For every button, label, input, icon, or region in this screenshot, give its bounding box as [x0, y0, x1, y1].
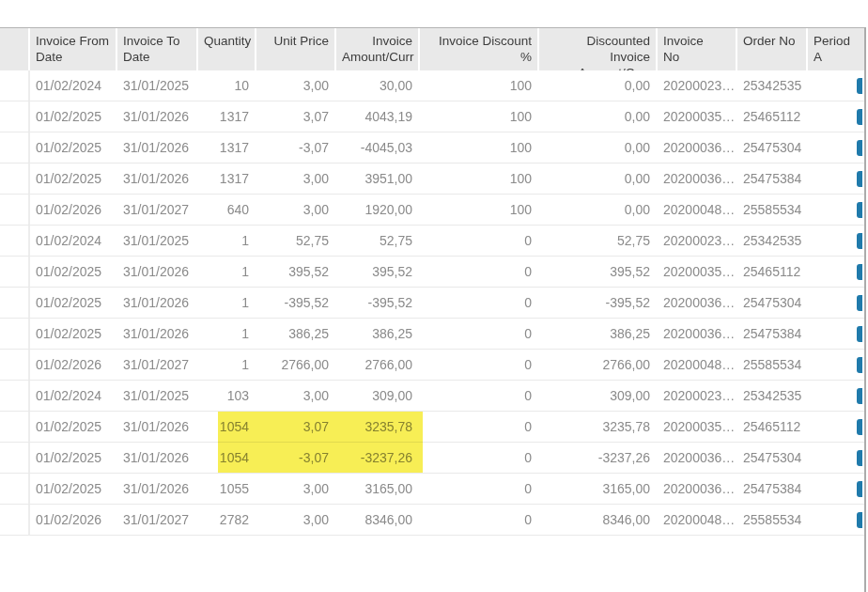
- cell-invoice-from-date: 01/02/2025: [30, 474, 117, 504]
- cell-invoice-discount-pct: 0: [420, 319, 539, 349]
- column-header-unit-price[interactable]: Unit Price: [256, 28, 336, 70]
- period-amount-button[interactable]: [857, 450, 862, 466]
- table-row[interactable]: 01/02/202631/01/202712766,002766,0002766…: [0, 350, 866, 381]
- period-amount-button[interactable]: [857, 202, 862, 218]
- table-row[interactable]: 01/02/202431/01/2025152,7552,75052,75202…: [0, 226, 866, 257]
- cell-invoice-amount-curr: 3951,00: [336, 164, 420, 194]
- table-row[interactable]: 01/02/202631/01/202727823,008346,0008346…: [0, 505, 866, 536]
- column-header-order-no[interactable]: Order No: [737, 28, 808, 70]
- table-row[interactable]: 01/02/202531/01/20261-395,52-395,520-395…: [0, 288, 866, 319]
- cell-invoice-no: 20200048…: [658, 505, 737, 535]
- period-amount-button[interactable]: [857, 264, 862, 280]
- cell-invoice-discount-pct: 0: [420, 474, 539, 504]
- cell-invoice-to-date: 31/01/2025: [117, 381, 198, 411]
- invoice-lines-table: Invoice From DateInvoice To DateQuantity…: [0, 27, 866, 536]
- table-row[interactable]: 01/02/202531/01/20261317-3,07-4045,03100…: [0, 132, 866, 164]
- period-amount-button[interactable]: [857, 512, 862, 528]
- table-row[interactable]: 01/02/202531/01/202613173,074043,191000,…: [0, 101, 866, 132]
- period-amount-button[interactable]: [857, 233, 862, 249]
- period-amount-button[interactable]: [857, 357, 862, 373]
- row-header-cell: [0, 474, 30, 504]
- cell-order-no: 25475304: [737, 443, 808, 473]
- table-row[interactable]: 01/02/202531/01/20261054-3,07-3237,260-3…: [0, 443, 866, 474]
- period-amount-button[interactable]: [857, 419, 862, 435]
- cell-invoice-amount-curr: 1920,00: [336, 195, 420, 225]
- cell-invoice-to-date: 31/01/2026: [117, 164, 198, 194]
- cell-discounted-invoice-amount-curr: -3237,26: [539, 443, 658, 473]
- cell-invoice-to-date: 31/01/2026: [117, 443, 198, 473]
- cell-discounted-invoice-amount-curr: 8346,00: [539, 505, 658, 535]
- cell-invoice-to-date: 31/01/2026: [117, 257, 198, 287]
- cell-discounted-invoice-amount-curr: -395,52: [539, 288, 658, 318]
- table-row[interactable]: 01/02/202531/01/20261395,52395,520395,52…: [0, 257, 866, 288]
- period-amount-cell: [808, 350, 866, 380]
- cell-invoice-to-date: 31/01/2026: [117, 101, 198, 132]
- cell-discounted-invoice-amount-curr: 52,75: [539, 226, 658, 256]
- cell-invoice-amount-curr: 52,75: [336, 226, 420, 256]
- cell-quantity: 1: [198, 226, 256, 256]
- cell-invoice-no: 20200023…: [658, 70, 737, 101]
- cell-invoice-from-date: 01/02/2026: [30, 195, 117, 225]
- cell-quantity: 1054: [198, 412, 256, 442]
- cell-invoice-no: 20200036…: [658, 319, 737, 349]
- row-header-cell: [0, 350, 30, 380]
- cell-invoice-amount-curr: 386,25: [336, 319, 420, 349]
- table-row[interactable]: 01/02/202531/01/202610553,003165,0003165…: [0, 474, 866, 505]
- period-amount-button[interactable]: [857, 326, 862, 342]
- cell-invoice-discount-pct: 100: [420, 101, 539, 132]
- column-header-invoice-to-date[interactable]: Invoice To Date: [117, 28, 198, 70]
- column-header-invoice-no[interactable]: Invoice No: [658, 28, 737, 70]
- period-amount-cell: [808, 443, 866, 473]
- cell-invoice-from-date: 01/02/2025: [30, 319, 117, 349]
- column-header-invoice-amount-curr[interactable]: Invoice Amount/Curr: [336, 28, 420, 70]
- column-header-invoice-from-date[interactable]: Invoice From Date: [30, 28, 117, 70]
- cell-invoice-from-date: 01/02/2025: [30, 412, 117, 442]
- cell-quantity: 640: [198, 195, 256, 225]
- table-row[interactable]: 01/02/202531/01/202610543,073235,7803235…: [0, 412, 866, 443]
- table-row[interactable]: 01/02/202631/01/20276403,001920,001000,0…: [0, 195, 866, 226]
- row-header-cell: [0, 412, 30, 442]
- cell-unit-price: 2766,00: [256, 350, 336, 380]
- cell-quantity: 1: [198, 288, 256, 318]
- table-row[interactable]: 01/02/202531/01/202613173,003951,001000,…: [0, 164, 866, 195]
- period-amount-button[interactable]: [857, 78, 862, 94]
- cell-unit-price: 3,00: [256, 195, 336, 225]
- cell-invoice-from-date: 01/02/2025: [30, 101, 117, 132]
- table-row[interactable]: 01/02/202431/01/20251033,00309,000309,00…: [0, 381, 866, 412]
- cell-invoice-no: 20200036…: [658, 164, 737, 194]
- cell-order-no: 25342535: [737, 226, 808, 256]
- period-amount-button[interactable]: [857, 295, 862, 311]
- column-header-quantity[interactable]: Quantity: [198, 28, 256, 70]
- column-header-discounted-invoice-amount-curr[interactable]: Discounted Invoice Amount/Curr: [539, 28, 658, 70]
- period-amount-cell: [808, 412, 866, 442]
- cell-discounted-invoice-amount-curr: 395,52: [539, 257, 658, 287]
- row-header-cell: [0, 164, 30, 194]
- cell-quantity: 1317: [198, 101, 256, 132]
- period-amount-button[interactable]: [857, 481, 862, 497]
- period-amount-button[interactable]: [857, 109, 862, 125]
- cell-unit-price: 3,00: [256, 164, 336, 194]
- period-amount-cell: [808, 288, 866, 318]
- period-amount-button[interactable]: [857, 171, 862, 187]
- cell-invoice-discount-pct: 0: [420, 443, 539, 473]
- column-header-invoice-discount-pct[interactable]: Invoice Discount %: [420, 28, 539, 70]
- cell-invoice-discount-pct: 0: [420, 412, 539, 442]
- table-body: 01/02/202431/01/2025103,0030,001000,0020…: [0, 70, 866, 536]
- column-header-period-amount[interactable]: Period A: [808, 28, 866, 70]
- table-row[interactable]: 01/02/202531/01/20261386,25386,250386,25…: [0, 319, 866, 350]
- cell-order-no: 25585534: [737, 350, 808, 380]
- cell-unit-price: -3,07: [256, 443, 336, 473]
- cell-unit-price: 3,07: [256, 101, 336, 132]
- period-amount-button[interactable]: [857, 140, 862, 156]
- table-row[interactable]: 01/02/202431/01/2025103,0030,001000,0020…: [0, 70, 866, 101]
- cell-quantity: 1054: [198, 443, 256, 473]
- cell-invoice-from-date: 01/02/2024: [30, 381, 117, 411]
- cell-invoice-discount-pct: 0: [420, 350, 539, 380]
- row-header-cell: [0, 101, 30, 132]
- cell-discounted-invoice-amount-curr: 2766,00: [539, 350, 658, 380]
- cell-order-no: 25585534: [737, 505, 808, 535]
- period-amount-button[interactable]: [857, 388, 862, 404]
- cell-invoice-no: 20200036…: [658, 288, 737, 318]
- cell-unit-price: 3,07: [256, 412, 336, 442]
- cell-quantity: 1: [198, 350, 256, 380]
